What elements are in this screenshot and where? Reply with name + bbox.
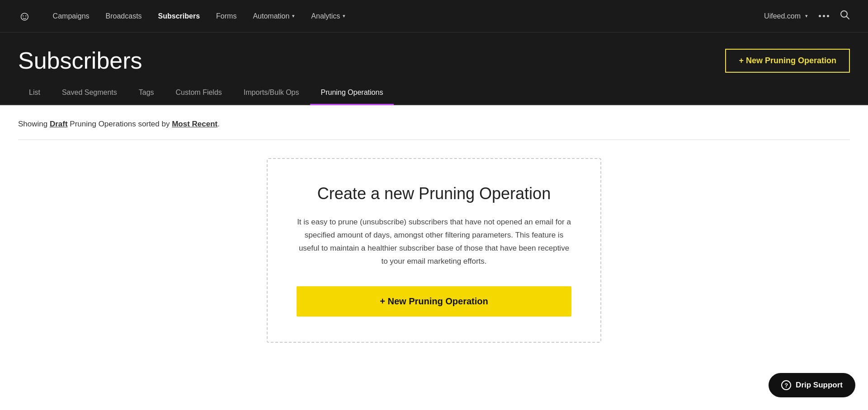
nav-broadcasts[interactable]: Broadcasts [106, 12, 142, 20]
logo[interactable]: ☺ [18, 9, 31, 23]
search-icon [840, 10, 850, 20]
sort-label[interactable]: Most Recent [172, 120, 217, 128]
showing-text: Showing Draft Pruning Operations sorted … [18, 120, 850, 129]
tab-pruning-operations[interactable]: Pruning Operations [310, 81, 394, 105]
nav-campaigns[interactable]: Campaigns [53, 12, 90, 20]
nav-forms[interactable]: Forms [216, 12, 236, 20]
tab-custom-fields[interactable]: Custom Fields [165, 81, 233, 105]
nav-automation[interactable]: Automation ▾ [253, 12, 295, 20]
account-chevron-icon: ▾ [805, 13, 808, 19]
new-pruning-button-cta[interactable]: + New Pruning Operation [297, 286, 571, 317]
divider [18, 140, 850, 140]
more-options-button[interactable] [819, 15, 829, 17]
nav-right: Uifeed.com ▾ [764, 10, 850, 22]
nav-links: Campaigns Broadcasts Subscribers Forms A… [53, 12, 764, 20]
dot-icon [819, 15, 821, 17]
nav-analytics[interactable]: Analytics ▾ [311, 12, 345, 20]
sub-nav: List Saved Segments Tags Custom Fields I… [0, 81, 868, 105]
analytics-chevron-icon: ▾ [343, 13, 345, 19]
empty-card-description: It is easy to prune (unsubscribe) subscr… [297, 216, 571, 268]
empty-state-card: Create a new Pruning Operation It is eas… [267, 158, 601, 343]
new-pruning-button-header[interactable]: + New Pruning Operation [725, 49, 850, 73]
page-header: Subscribers + New Pruning Operation [0, 33, 868, 74]
drip-support-button[interactable]: ? Drip Support [769, 373, 855, 397]
page-title: Subscribers [18, 47, 142, 74]
empty-card-title: Create a new Pruning Operation [297, 184, 571, 203]
search-button[interactable] [840, 10, 850, 22]
svg-line-1 [847, 17, 849, 19]
main-content: Showing Draft Pruning Operations sorted … [0, 105, 868, 410]
dot-icon [823, 15, 825, 17]
tab-tags[interactable]: Tags [128, 81, 165, 105]
top-nav: ☺ Campaigns Broadcasts Subscribers Forms… [0, 0, 868, 33]
tab-saved-segments[interactable]: Saved Segments [51, 81, 128, 105]
tab-imports-bulk-ops[interactable]: Imports/Bulk Ops [233, 81, 310, 105]
tab-list[interactable]: List [18, 81, 51, 105]
account-dropdown[interactable]: Uifeed.com ▾ [764, 12, 808, 20]
drip-support-icon: ? [781, 380, 791, 390]
dot-icon [827, 15, 829, 17]
filter-label[interactable]: Draft [50, 120, 68, 128]
nav-subscribers[interactable]: Subscribers [158, 12, 200, 20]
automation-chevron-icon: ▾ [292, 13, 295, 19]
drip-support-label: Drip Support [796, 381, 843, 390]
